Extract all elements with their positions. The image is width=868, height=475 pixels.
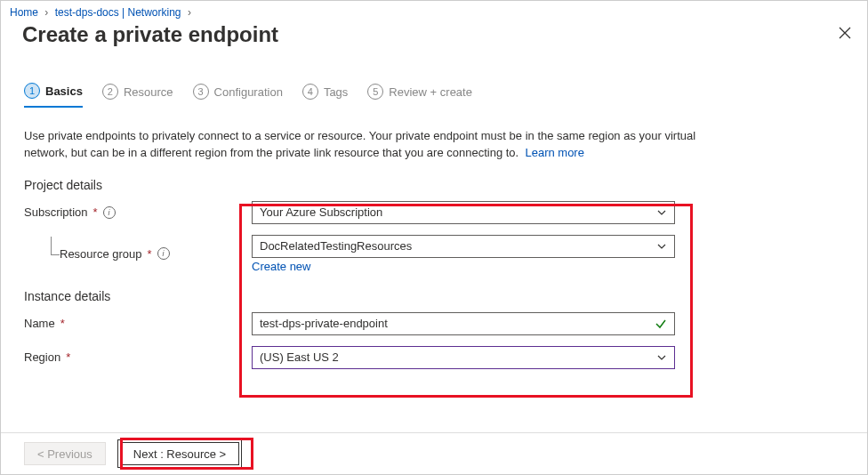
- chevron-down-icon: [656, 241, 667, 252]
- required-marker: *: [66, 350, 70, 364]
- required-marker: *: [60, 317, 65, 330]
- tab-number: 1: [24, 83, 40, 99]
- region-label: Region: [24, 350, 60, 364]
- breadcrumb-home[interactable]: Home: [10, 6, 38, 19]
- previous-button: < Previous: [24, 442, 106, 465]
- required-marker: *: [93, 205, 98, 219]
- tab-review[interactable]: 5 Review + create: [367, 84, 472, 107]
- subscription-label: Subscription: [24, 205, 88, 219]
- tab-tags[interactable]: 4 Tags: [302, 84, 348, 107]
- breadcrumb-sep: ›: [44, 6, 48, 19]
- tab-configuration[interactable]: 3 Configuration: [193, 84, 283, 107]
- breadcrumb-resource[interactable]: test-dps-docs | Networking: [55, 6, 181, 19]
- section-instance-details: Instance details: [24, 289, 844, 303]
- name-label: Name: [24, 317, 55, 330]
- chevron-down-icon: [656, 207, 667, 218]
- tab-number: 2: [102, 84, 118, 100]
- create-new-link[interactable]: Create new: [252, 260, 310, 273]
- resource-group-dropdown[interactable]: DocRelatedTestingResources: [252, 235, 675, 258]
- learn-more-link[interactable]: Learn more: [525, 146, 583, 159]
- section-project-details: Project details: [24, 178, 844, 192]
- tab-label: Review + create: [389, 85, 472, 99]
- tab-number: 4: [302, 84, 318, 100]
- tab-label: Basics: [45, 85, 83, 98]
- breadcrumb-sep: ›: [188, 6, 191, 19]
- wizard-tabs: 1 Basics 2 Resource 3 Configuration 4 Ta…: [1, 52, 867, 108]
- tab-label: Configuration: [214, 85, 283, 99]
- name-input[interactable]: test-dps-private-endpoint: [252, 312, 675, 335]
- check-icon: [655, 318, 667, 330]
- wizard-footer: < Previous Next : Resource >: [1, 432, 867, 474]
- info-icon[interactable]: i: [157, 247, 170, 260]
- required-marker: *: [148, 247, 152, 261]
- tab-number: 5: [367, 84, 383, 100]
- subscription-dropdown[interactable]: Your Azure Subscription: [252, 201, 675, 224]
- dropdown-value: (US) East US 2: [260, 350, 339, 364]
- dropdown-value: DocRelatedTestingResources: [260, 239, 412, 253]
- next-button[interactable]: Next : Resource >: [120, 442, 239, 465]
- close-icon[interactable]: [835, 23, 855, 46]
- breadcrumb: Home › test-dps-docs | Networking ›: [1, 1, 867, 20]
- tab-resource[interactable]: 2 Resource: [102, 84, 173, 107]
- dropdown-value: Your Azure Subscription: [260, 205, 382, 219]
- description-text: Use private endpoints to privately conne…: [24, 128, 700, 162]
- region-dropdown[interactable]: (US) East US 2: [252, 346, 675, 369]
- chevron-down-icon: [656, 352, 667, 363]
- resource-group-label: Resource group: [60, 247, 142, 261]
- tab-basics[interactable]: 1 Basics: [24, 83, 83, 108]
- input-value: test-dps-private-endpoint: [260, 317, 388, 330]
- page-title: Create a private endpoint: [22, 22, 278, 47]
- tab-number: 3: [193, 84, 209, 100]
- tab-label: Tags: [324, 85, 348, 99]
- info-icon[interactable]: i: [103, 206, 116, 219]
- tab-label: Resource: [124, 85, 173, 99]
